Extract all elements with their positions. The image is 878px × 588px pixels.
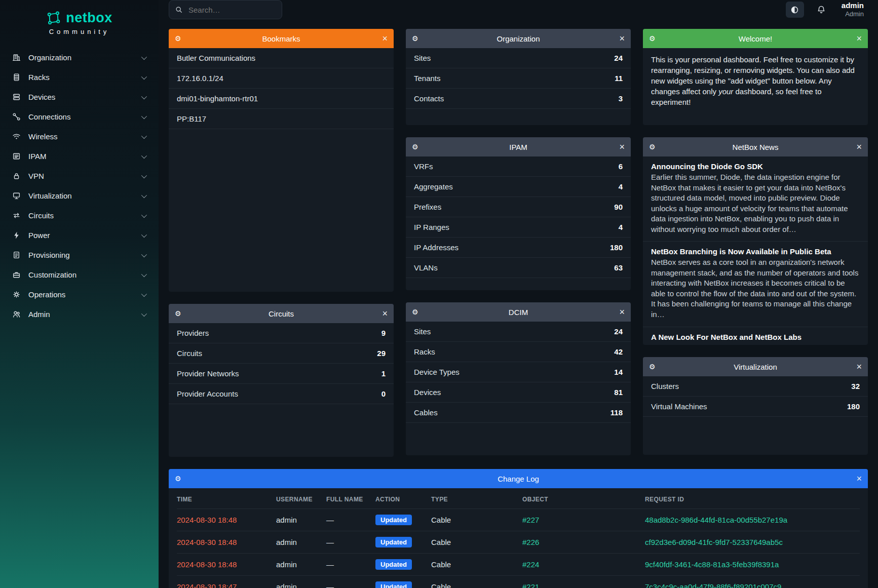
sidebar-item-ipam[interactable]: IPAM: [0, 146, 159, 166]
stat-row[interactable]: IP Ranges4: [406, 217, 631, 238]
widget-config-icon[interactable]: ⚙: [649, 363, 660, 371]
stat-row[interactable]: Cables118: [406, 403, 631, 423]
brand-logo[interactable]: netbox Community: [0, 7, 159, 48]
stat-value: 24: [614, 327, 623, 336]
chevron-down-icon: [141, 192, 147, 198]
sidebar-item-provisioning[interactable]: Provisioning: [0, 245, 159, 265]
column-header-type: TYPE: [427, 488, 518, 509]
stat-row[interactable]: Providers9: [169, 323, 394, 343]
changelog-time-link[interactable]: 2024-08-30 18:48: [177, 516, 237, 524]
stat-row[interactable]: Tenants11: [406, 68, 631, 89]
widget-close-icon[interactable]: ×: [851, 362, 862, 371]
sidebar-item-racks[interactable]: Racks: [0, 67, 159, 87]
stat-row[interactable]: Provider Accounts0: [169, 384, 394, 404]
stat-row[interactable]: Virtual Machines180: [643, 397, 868, 417]
widget-config-icon[interactable]: ⚙: [412, 143, 423, 151]
widget-close-icon[interactable]: ×: [614, 34, 625, 43]
widget-config-icon[interactable]: ⚙: [649, 34, 660, 43]
topbar-actions: admin Admin: [786, 1, 864, 18]
changelog-object-link[interactable]: #221: [522, 582, 539, 588]
widget-close-icon[interactable]: ×: [614, 307, 625, 317]
widget-config-icon[interactable]: ⚙: [175, 475, 186, 483]
changelog-row: 2024-08-30 18:48 admin — Updated Cable #…: [177, 531, 860, 554]
widget-close-icon[interactable]: ×: [851, 142, 862, 151]
changelog-request-id-link[interactable]: 7c3c4c9c-aa0d-47f9-88f6-f89201c007c9: [645, 582, 781, 588]
widget-config-icon[interactable]: ⚙: [412, 308, 423, 316]
stat-row[interactable]: Sites24: [406, 48, 631, 68]
widget-config-icon[interactable]: ⚙: [649, 143, 660, 151]
stat-row[interactable]: Clusters32: [643, 376, 868, 397]
stat-value: 42: [614, 347, 623, 356]
widget-close-icon[interactable]: ×: [614, 142, 625, 151]
sidebar-item-wireless[interactable]: Wireless: [0, 127, 159, 146]
stat-value: 4: [619, 182, 623, 191]
changelog-time-link[interactable]: 2024-08-30 18:47: [177, 582, 237, 588]
notifications-button[interactable]: [812, 2, 830, 18]
sidebar-item-operations[interactable]: Operations: [0, 285, 159, 304]
changelog-time-link[interactable]: 2024-08-30 18:48: [177, 560, 237, 569]
sidebar-item-connections[interactable]: Connections: [0, 107, 159, 127]
sidebar-item-organization[interactable]: Organization: [0, 48, 159, 67]
changelog-request-id-link[interactable]: 9cf40fdf-3461-4c88-81a3-5feb39f8391a: [645, 560, 779, 569]
widget-config-icon[interactable]: ⚙: [175, 309, 186, 318]
changelog-request-id-link[interactable]: 48ad8b2c-986d-44fd-81ca-00d55b27e19a: [645, 516, 787, 524]
stat-row[interactable]: Racks42: [406, 342, 631, 362]
stat-row[interactable]: Sites24: [406, 322, 631, 342]
sidebar-item-label: Wireless: [28, 132, 58, 141]
changelog-full-name: —: [322, 554, 371, 576]
stat-label: Clusters: [651, 382, 679, 390]
changelog-full-name: —: [322, 509, 371, 531]
sidebar-item-virtualization[interactable]: Virtualization: [0, 186, 159, 206]
bookmark-link[interactable]: dmi01-binghamton-rtr01: [169, 89, 394, 109]
widget-close-icon[interactable]: ×: [851, 474, 862, 483]
stat-row[interactable]: Aggregates4: [406, 177, 631, 197]
stat-row[interactable]: Contacts3: [406, 89, 631, 109]
stat-row[interactable]: Circuits29: [169, 343, 394, 364]
sidebar-item-label: Power: [28, 231, 50, 240]
widget-config-icon[interactable]: ⚙: [175, 34, 186, 43]
changelog-object-link[interactable]: #227: [522, 516, 539, 524]
netbox-logo-icon: [46, 11, 61, 26]
sidebar-item-admin[interactable]: Admin: [0, 304, 159, 324]
chevron-down-icon: [141, 271, 147, 277]
changelog-full-name: —: [322, 531, 371, 554]
stat-label: Racks: [414, 347, 435, 356]
sidebar-item-power[interactable]: Power: [0, 225, 159, 245]
bookmark-link[interactable]: Butler Communications: [169, 48, 394, 68]
search-input[interactable]: [187, 5, 276, 15]
stat-row[interactable]: Prefixes90: [406, 197, 631, 217]
stat-row[interactable]: VLANs63: [406, 258, 631, 278]
sidebar-item-devices[interactable]: Devices: [0, 87, 159, 107]
widget-config-icon[interactable]: ⚙: [412, 34, 423, 43]
sidebar-item-customization[interactable]: Customization: [0, 265, 159, 285]
sidebar-item-label: Devices: [28, 93, 55, 101]
theme-toggle-button[interactable]: [786, 2, 804, 18]
widget-close-icon[interactable]: ×: [376, 34, 388, 43]
stat-row[interactable]: Devices81: [406, 382, 631, 403]
news-title-link[interactable]: A New Look For NetBox and NetBox Labs: [651, 333, 860, 341]
changelog-request-id-link[interactable]: cf92d3e6-d09d-41fc-9fd7-52337649ab5c: [645, 538, 783, 546]
widget-title: Change Log: [186, 475, 851, 483]
user-menu[interactable]: admin Admin: [842, 1, 864, 18]
changelog-object-link[interactable]: #226: [522, 538, 539, 546]
stat-value: 9: [381, 329, 386, 337]
stat-row[interactable]: Provider Networks1: [169, 364, 394, 384]
news-title-link[interactable]: NetBox Branching is Now Available in Pub…: [651, 247, 860, 256]
stat-row[interactable]: IP Addresses180: [406, 238, 631, 258]
stat-row[interactable]: Device Types14: [406, 362, 631, 382]
changelog-time-link[interactable]: 2024-08-30 18:48: [177, 538, 237, 546]
sidebar-item-circuits[interactable]: Circuits: [0, 206, 159, 225]
stat-label: Circuits: [177, 349, 202, 358]
action-badge: Updated: [375, 559, 412, 570]
widget-close-icon[interactable]: ×: [851, 34, 862, 43]
stat-row[interactable]: VRFs6: [406, 156, 631, 177]
column-header-username: USERNAME: [272, 488, 322, 509]
news-title-link[interactable]: Announcing the Diode Go SDK: [651, 162, 860, 171]
bookmark-link[interactable]: 172.16.0.1/24: [169, 68, 394, 89]
sidebar-item-vpn[interactable]: VPN: [0, 166, 159, 186]
widget-close-icon[interactable]: ×: [376, 309, 388, 318]
bookmark-link[interactable]: PP:B117: [169, 109, 394, 129]
changelog-object-link[interactable]: #224: [522, 560, 539, 569]
stat-label: Tenants: [414, 74, 441, 83]
sidebar-item-label: Connections: [28, 112, 70, 121]
